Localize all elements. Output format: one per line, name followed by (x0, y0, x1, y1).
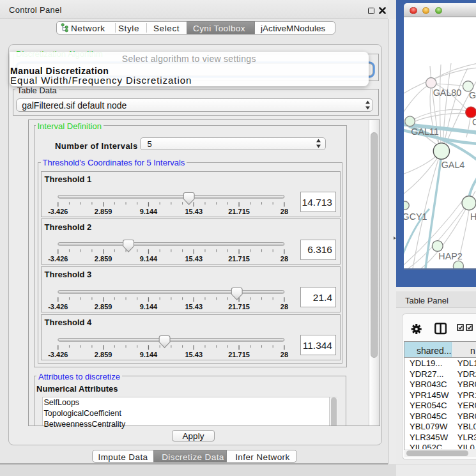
svg-text:21.715: 21.715 (228, 303, 250, 311)
svg-text:15.43: 15.43 (185, 303, 203, 311)
svg-text:2.859: 2.859 (94, 208, 112, 215)
svg-text:2.859: 2.859 (94, 303, 112, 311)
svg-text:9.144: 9.144 (139, 303, 157, 311)
svg-text:GA: GA (469, 90, 476, 100)
svg-text:GCY1: GCY1 (404, 211, 427, 222)
svg-text:28: 28 (280, 351, 288, 358)
svg-text:15.43: 15.43 (185, 208, 203, 215)
svg-text:-3.426: -3.426 (48, 208, 68, 215)
svg-text:-3.426: -3.426 (48, 255, 68, 263)
svg-text:15.43: 15.43 (185, 255, 203, 263)
svg-text:9.144: 9.144 (139, 351, 157, 358)
svg-text:15.43: 15.43 (185, 351, 203, 358)
svg-text:9.144: 9.144 (139, 255, 157, 263)
svg-text:28: 28 (280, 255, 288, 263)
svg-text:-3.426: -3.426 (48, 303, 68, 311)
svg-text:28: 28 (280, 208, 288, 215)
svg-text:2.859: 2.859 (94, 351, 112, 358)
svg-text:HAP2: HAP2 (438, 251, 462, 261)
svg-text:-3.426: -3.426 (48, 351, 68, 358)
svg-text:28: 28 (280, 303, 288, 311)
svg-text:21.715: 21.715 (228, 255, 250, 263)
svg-text:C: C (472, 117, 476, 127)
svg-text:GAL80: GAL80 (433, 88, 462, 98)
svg-text:GAL11: GAL11 (411, 127, 438, 137)
svg-text:GAL4: GAL4 (441, 160, 465, 170)
svg-text:21.715: 21.715 (228, 208, 250, 215)
svg-text:H: H (470, 211, 476, 222)
svg-text:21.715: 21.715 (228, 351, 250, 358)
svg-text:9.144: 9.144 (139, 208, 157, 215)
svg-text:2.859: 2.859 (94, 255, 112, 263)
